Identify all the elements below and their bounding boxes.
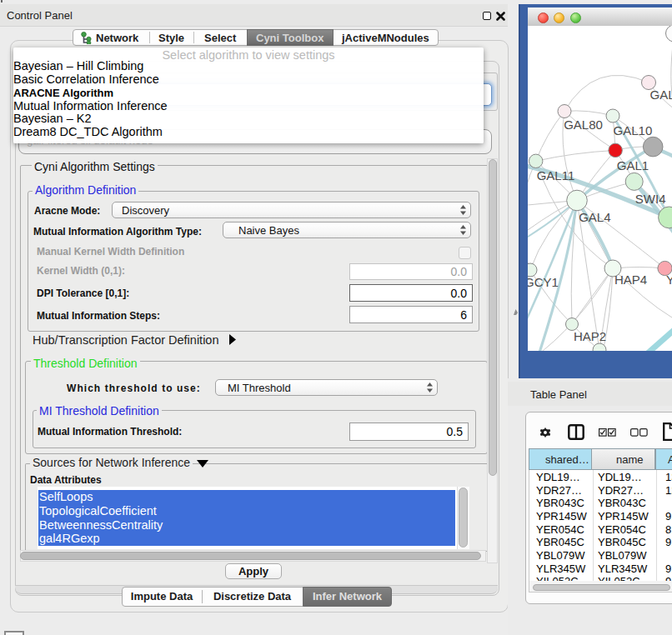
svg-text:GAL11: GAL11: [537, 168, 575, 182]
svg-text:HAP4: HAP4: [614, 272, 647, 287]
svg-text:GCY1: GCY1: [528, 275, 559, 289]
svg-text:SWI4: SWI4: [635, 192, 666, 206]
svg-text:GAL4: GAL4: [579, 210, 610, 224]
svg-text:GAL80: GAL80: [564, 118, 603, 132]
svg-text:GAL1: GAL1: [617, 158, 649, 172]
svg-text:GAL10: GAL10: [614, 123, 653, 138]
svg-text:Y: Y: [666, 272, 672, 287]
svg-text:HAP2: HAP2: [574, 329, 606, 343]
svg-text:GAL: GAL: [650, 88, 672, 102]
